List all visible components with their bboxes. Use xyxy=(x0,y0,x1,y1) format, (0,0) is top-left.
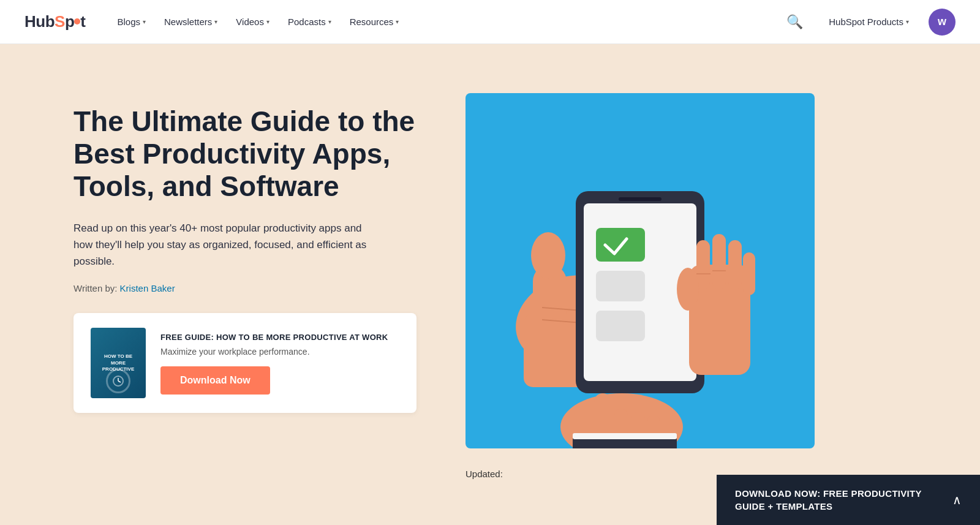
author-prefix: Written by: xyxy=(74,283,120,293)
logo-text: HubSpt xyxy=(24,12,85,31)
nav-links: Blogs ▾ Newsletters ▾ Videos ▾ Podcasts … xyxy=(110,12,786,32)
svg-point-21 xyxy=(677,268,699,311)
bottom-bar[interactable]: DOWNLOAD NOW: FREE PRODUCTIVITY GUIDE + … xyxy=(717,475,980,525)
nav-products-label: HubSpot Products xyxy=(829,17,903,27)
hero-section: The Ultimate Guide to the Best Productiv… xyxy=(0,44,980,525)
nav-podcasts[interactable]: Podcasts ▾ xyxy=(281,12,339,32)
logo[interactable]: HubSpt xyxy=(24,12,85,31)
svg-rect-30 xyxy=(573,433,677,439)
cta-sublabel: Maximize your workplace performance. xyxy=(160,347,399,357)
nav-resources[interactable]: Resources ▾ xyxy=(342,12,407,32)
phone-illustration xyxy=(466,93,815,448)
svg-rect-15 xyxy=(596,311,645,341)
svg-rect-20 xyxy=(743,252,755,295)
avatar-letter: w xyxy=(938,15,946,28)
hero-author: Written by: Kristen Baker xyxy=(74,283,429,293)
svg-line-2 xyxy=(118,381,121,382)
bottom-bar-text: DOWNLOAD NOW: FREE PRODUCTIVITY GUIDE + … xyxy=(735,487,943,513)
nav-newsletters-label: Newsletters xyxy=(164,17,212,27)
search-icon[interactable]: 🔍 xyxy=(786,14,803,30)
chevron-down-icon: ▾ xyxy=(906,18,909,25)
svg-rect-12 xyxy=(619,197,662,201)
clock-icon xyxy=(112,375,124,387)
nav-blogs-label: Blogs xyxy=(117,17,140,27)
nav-videos[interactable]: Videos ▾ xyxy=(228,12,277,32)
avatar[interactable]: w xyxy=(929,9,956,36)
book-cover-title: HOW TO BEMOREPRODUCTIVE xyxy=(102,353,134,372)
download-now-button[interactable]: Download Now xyxy=(160,366,270,395)
nav-newsletters[interactable]: Newsletters ▾ xyxy=(157,12,225,32)
logo-dot xyxy=(74,18,80,25)
hero-image xyxy=(466,93,815,448)
nav-blogs[interactable]: Blogs ▾ xyxy=(110,12,153,32)
cta-content: FREE GUIDE: HOW TO BE MORE PRODUCTIVE AT… xyxy=(160,332,399,395)
svg-rect-19 xyxy=(728,240,742,289)
chevron-down-icon: ▾ xyxy=(328,18,331,25)
chevron-down-icon: ▾ xyxy=(143,18,146,25)
svg-rect-18 xyxy=(712,234,726,289)
svg-point-7 xyxy=(531,232,565,279)
updated-text: Updated: xyxy=(466,469,503,479)
cta-label: FREE GUIDE: HOW TO BE MORE PRODUCTIVE AT… xyxy=(160,332,399,343)
nav-resources-label: Resources xyxy=(350,17,394,27)
chevron-down-icon: ▾ xyxy=(214,18,217,25)
svg-rect-17 xyxy=(696,240,710,289)
svg-rect-14 xyxy=(596,271,645,301)
phone-svg xyxy=(481,93,799,448)
hero-title: The Ultimate Guide to the Best Productiv… xyxy=(74,105,429,203)
book-cover: HOW TO BEMOREPRODUCTIVE xyxy=(91,328,146,398)
chevron-down-icon: ▾ xyxy=(396,18,399,25)
hero-left: The Ultimate Guide to the Best Productiv… xyxy=(74,93,429,413)
nav-podcasts-label: Podcasts xyxy=(288,17,326,27)
hero-description: Read up on this year's 40+ most popular … xyxy=(74,220,368,270)
navbar: HubSpt Blogs ▾ Newsletters ▾ Videos ▾ Po… xyxy=(0,0,980,44)
nav-products[interactable]: HubSpot Products ▾ xyxy=(821,12,916,32)
cta-box: HOW TO BEMOREPRODUCTIVE FREE GUIDE: HOW … xyxy=(74,313,417,413)
nav-videos-label: Videos xyxy=(236,17,264,27)
author-link[interactable]: Kristen Baker xyxy=(120,283,175,293)
chevron-down-icon: ▾ xyxy=(266,18,270,25)
chevron-up-icon[interactable]: ∧ xyxy=(952,493,962,507)
